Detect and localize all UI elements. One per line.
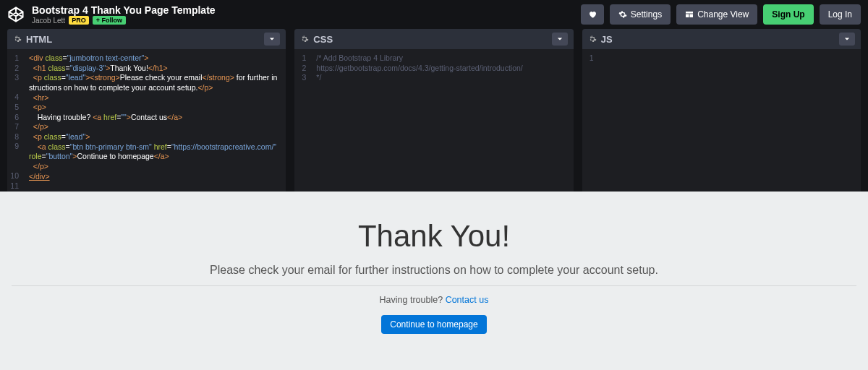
- css-collapse-button[interactable]: [552, 33, 568, 46]
- pen-title: Bootstrap 4 Thank You Page Template: [32, 4, 216, 16]
- css-editor-title: CSS: [313, 34, 333, 45]
- js-code[interactable]: [598, 49, 861, 192]
- continue-button[interactable]: Continue to homepage: [381, 315, 486, 334]
- js-editor: JS 1: [582, 29, 861, 192]
- pro-badge: PRO: [69, 16, 89, 25]
- editors-row: HTML 1234567891011 <div class="jumbotron…: [0, 29, 868, 192]
- preview-pane: Thank You! Please check your email for f…: [0, 192, 868, 370]
- preview-heading: Thank You!: [0, 219, 868, 254]
- html-collapse-button[interactable]: [264, 33, 280, 46]
- settings-button[interactable]: Settings: [610, 4, 671, 25]
- js-gutter: 1: [582, 49, 598, 192]
- js-code-area[interactable]: 1: [582, 49, 861, 192]
- svg-rect-1: [686, 14, 689, 18]
- svg-rect-0: [686, 12, 693, 14]
- login-button[interactable]: Log In: [820, 4, 861, 25]
- js-editor-title: JS: [601, 34, 613, 45]
- css-editor-header: CSS: [294, 29, 573, 49]
- js-editor-header: JS: [582, 29, 861, 49]
- codepen-logo-icon[interactable]: [7, 6, 25, 23]
- gear-icon[interactable]: [13, 35, 22, 43]
- header-left: Bootstrap 4 Thank You Page Template Jaco…: [7, 4, 216, 25]
- gear-icon[interactable]: [300, 35, 309, 43]
- svg-rect-2: [690, 14, 694, 18]
- html-code-area[interactable]: 1234567891011 <div class="jumbotron text…: [7, 49, 286, 192]
- html-editor-header: HTML: [7, 29, 286, 49]
- change-view-button[interactable]: Change View: [676, 4, 757, 25]
- css-gutter: 123: [294, 49, 310, 192]
- preview-lead: Please check your email for further inst…: [0, 264, 868, 277]
- preview-trouble: Having trouble? Contact us: [0, 295, 868, 305]
- author-name[interactable]: Jacob Lett: [32, 17, 65, 25]
- js-collapse-button[interactable]: [839, 33, 855, 46]
- preview-divider: [12, 285, 856, 286]
- contact-link[interactable]: Contact us: [446, 295, 489, 305]
- header-right: Settings Change View Sign Up Log In: [581, 4, 861, 25]
- html-code[interactable]: <div class="jumbotron text-center"> <h1 …: [23, 49, 286, 192]
- html-gutter: 1234567891011: [7, 49, 23, 192]
- html-editor: HTML 1234567891011 <div class="jumbotron…: [7, 29, 286, 192]
- settings-label: Settings: [631, 9, 662, 20]
- follow-button[interactable]: + Follow: [93, 16, 126, 25]
- app-header: Bootstrap 4 Thank You Page Template Jaco…: [0, 0, 868, 29]
- css-code[interactable]: /* Add Bootstrap 4 Library https://getbo…: [310, 49, 573, 192]
- signup-button[interactable]: Sign Up: [763, 4, 813, 25]
- css-editor: CSS 123 /* Add Bootstrap 4 Library https…: [294, 29, 573, 192]
- heart-button[interactable]: [581, 4, 604, 25]
- gear-icon[interactable]: [588, 35, 597, 43]
- change-view-label: Change View: [697, 9, 749, 20]
- title-area: Bootstrap 4 Thank You Page Template Jaco…: [32, 4, 216, 25]
- author-row: Jacob Lett PRO + Follow: [32, 16, 216, 25]
- css-code-area[interactable]: 123 /* Add Bootstrap 4 Library https://g…: [294, 49, 573, 192]
- html-editor-title: HTML: [26, 34, 52, 45]
